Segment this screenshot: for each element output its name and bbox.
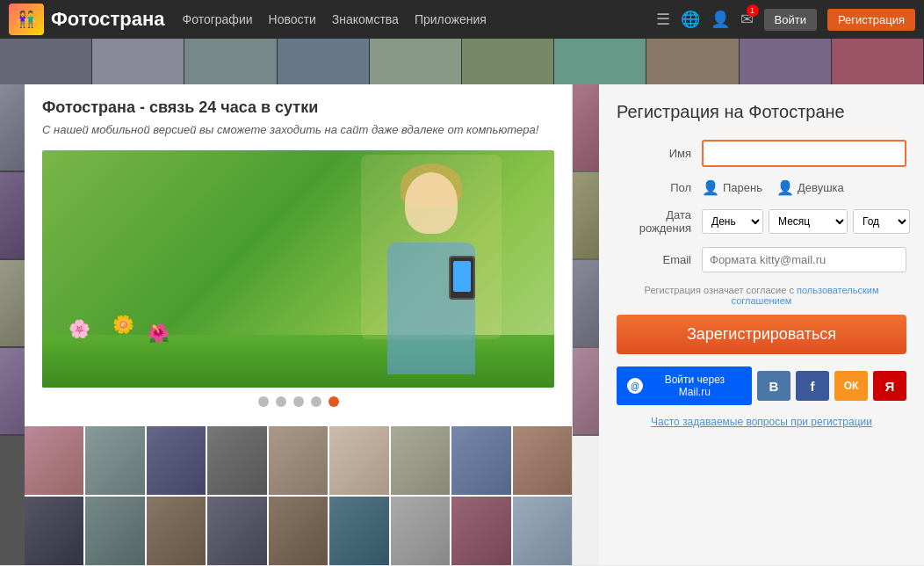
thumb-10[interactable] (25, 497, 83, 565)
left-side-thumb-3[interactable] (0, 260, 25, 348)
thumb-6[interactable] (329, 426, 388, 495)
submit-button[interactable]: Зарегистрироваться (617, 315, 906, 354)
dot-4[interactable] (311, 396, 321, 407)
thumb-8[interactable] (451, 426, 510, 495)
thumb-15[interactable] (329, 497, 388, 565)
name-row: Имя (617, 140, 906, 167)
strip-photo-1[interactable] (0, 39, 92, 84)
name-input[interactable] (702, 140, 906, 167)
year-select[interactable]: Год (853, 209, 910, 234)
login-button[interactable]: Войти (764, 9, 817, 31)
thumb-3[interactable] (147, 426, 206, 495)
mail-icon[interactable]: ✉ 1 (740, 10, 754, 29)
nav-photos[interactable]: Фотографии (183, 12, 253, 26)
email-row: Email (617, 247, 906, 272)
strip-photo-7[interactable] (554, 39, 646, 84)
right-thumb-2[interactable] (573, 172, 599, 260)
flower-2: 🌼 (112, 314, 134, 335)
nav-news[interactable]: Новости (269, 12, 316, 26)
main-content: Фотострана - связь 24 часа в сутки С наш… (0, 84, 924, 565)
gender-options: 👤 Парень 👤 Девушка (702, 179, 844, 196)
strip-photo-5[interactable] (370, 39, 462, 84)
strip-photo-3[interactable] (184, 39, 277, 84)
thumb-17[interactable] (451, 497, 510, 565)
flower-3: 🌺 (148, 323, 170, 344)
registration-panel: Регистрация на Фотостране Имя Пол 👤 Паре… (599, 84, 924, 565)
facebook-icon: f (811, 379, 815, 394)
thumb-grid-row2 (25, 497, 572, 565)
thumb-4[interactable] (207, 426, 266, 495)
thumb-13[interactable] (207, 497, 266, 565)
left-side-thumb-2[interactable] (0, 172, 25, 260)
dot-2[interactable] (276, 396, 286, 407)
strip-photo-8[interactable] (646, 39, 739, 84)
right-thumb-4[interactable] (573, 348, 599, 436)
thumb-11[interactable] (85, 497, 144, 565)
reg-title: Регистрация на Фотостране (617, 102, 906, 122)
strip-photo-6[interactable] (462, 39, 554, 84)
register-button[interactable]: Регистрация (827, 9, 915, 31)
email-label: Email (617, 253, 691, 266)
dot-5[interactable] (328, 396, 339, 407)
thumb-18[interactable] (513, 497, 572, 565)
menu-icon[interactable]: ☰ (656, 10, 670, 29)
yandex-icon: Я (885, 379, 895, 394)
strip-photo-2[interactable] (92, 39, 184, 84)
thumb-1[interactable] (25, 426, 83, 495)
thumb-9[interactable] (513, 426, 572, 495)
gender-female[interactable]: 👤 Девушка (776, 179, 844, 196)
slideshow-dots (42, 388, 554, 416)
left-side-thumbs (0, 84, 25, 565)
left-side-thumb-1[interactable] (0, 84, 25, 172)
header-right: ☰ 🌐 👤 ✉ 1 Войти Регистрация (656, 9, 915, 31)
logo-area: 👫 Фотострана (9, 4, 165, 35)
name-label: Имя (617, 147, 691, 160)
date-selects: День Месяц Год (702, 209, 910, 234)
thumb-14[interactable] (269, 497, 328, 565)
male-label: Парень (723, 181, 762, 194)
globe-icon[interactable]: 🌐 (681, 10, 700, 29)
photo-strip (0, 39, 924, 84)
right-thumb-3[interactable] (573, 260, 599, 348)
phone-prop (449, 256, 475, 300)
left-side-thumb-4[interactable] (0, 348, 25, 436)
thumb-2[interactable] (85, 426, 144, 495)
hero-title: Фотострана - связь 24 часа в сутки (42, 98, 554, 117)
ok-login-button[interactable]: ОК (834, 371, 868, 401)
thumb-7[interactable] (391, 426, 450, 495)
thumb-5[interactable] (269, 426, 328, 495)
strip-photo-10[interactable] (832, 39, 924, 84)
flower-1: 🌸 (69, 318, 90, 339)
vk-login-button[interactable]: В (757, 371, 790, 401)
facebook-login-button[interactable]: f (796, 371, 829, 401)
thumb-12[interactable] (147, 497, 206, 565)
slideshow[interactable]: 🌸 🌼 🌺 (42, 150, 554, 388)
hero-section: Фотострана - связь 24 часа в сутки С наш… (25, 84, 572, 424)
yandex-login-button[interactable]: Я (873, 371, 906, 401)
social-login: @ Войти через Mail.ru В f ОК Я (617, 366, 906, 405)
main-nav: Фотографии Новости Знакомства Приложения (183, 12, 639, 26)
strip-photo-4[interactable] (278, 39, 370, 84)
email-input[interactable] (702, 247, 906, 272)
mail-badge: 1 (747, 4, 759, 17)
male-icon: 👤 (702, 179, 719, 196)
gender-male[interactable]: 👤 Парень (702, 179, 762, 196)
female-icon: 👤 (776, 179, 794, 196)
month-select[interactable]: Месяц (769, 209, 848, 234)
thumb-16[interactable] (391, 497, 450, 565)
dot-1[interactable] (258, 396, 269, 407)
nav-apps[interactable]: Приложения (415, 12, 487, 26)
agreement-text: Регистрация означает согласие с пользова… (617, 285, 906, 306)
logo-text[interactable]: Фотострана (51, 8, 165, 31)
mailru-login-button[interactable]: @ Войти через Mail.ru (617, 366, 752, 405)
strip-photo-9[interactable] (740, 39, 832, 84)
right-thumb-1[interactable] (573, 84, 599, 172)
gender-label: Пол (617, 181, 691, 194)
nav-dating[interactable]: Знакомства (332, 12, 399, 26)
person-head (405, 172, 458, 234)
faq-link[interactable]: Часто задаваемые вопросы при регистрации (651, 416, 872, 428)
day-select[interactable]: День (702, 209, 763, 234)
female-label: Девушка (798, 181, 844, 194)
dot-3[interactable] (293, 396, 304, 407)
users-icon[interactable]: 👤 (711, 10, 730, 29)
